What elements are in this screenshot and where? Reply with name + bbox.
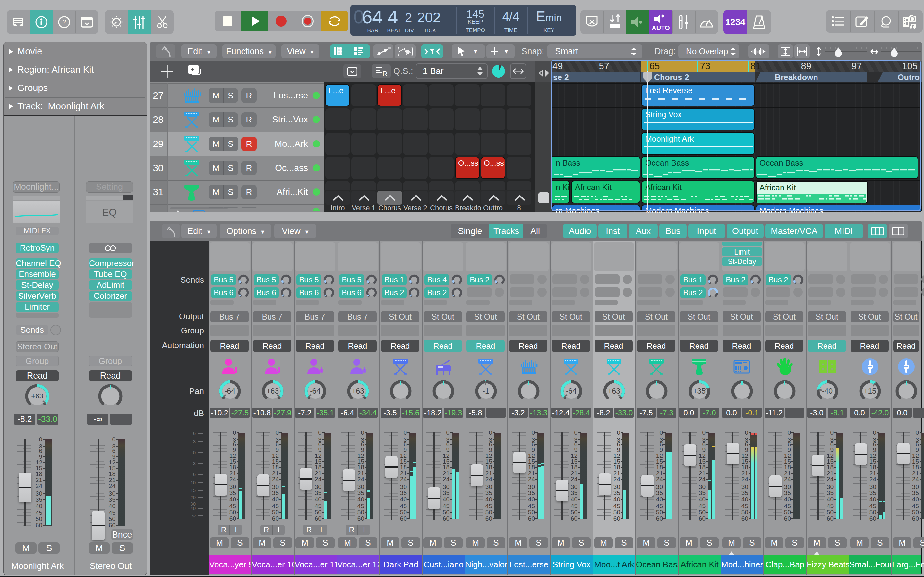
- svg-text:R: R: [383, 70, 388, 76]
- svg-text:?: ?: [62, 18, 66, 26]
